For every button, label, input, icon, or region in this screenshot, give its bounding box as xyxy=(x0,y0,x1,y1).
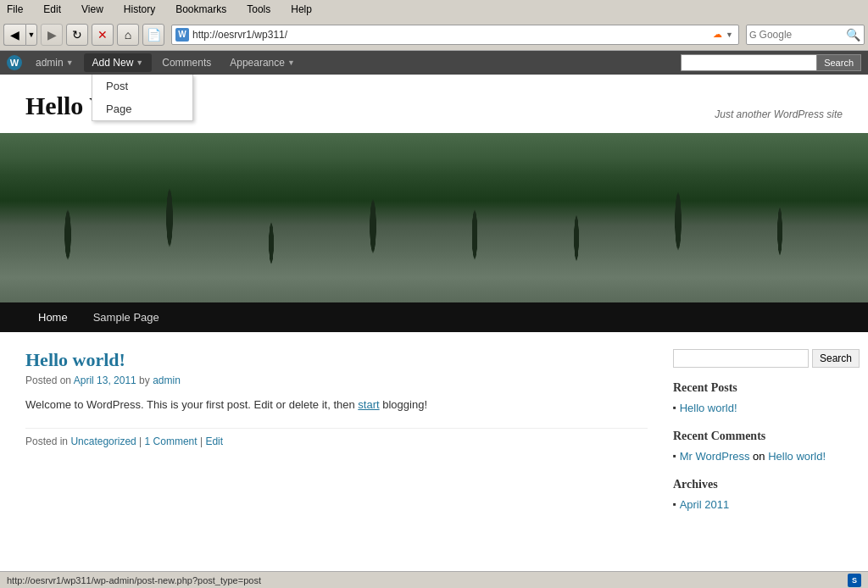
menu-tools[interactable]: Tools xyxy=(243,3,274,16)
google-icon: G xyxy=(747,30,760,40)
sidebar-archives-title: Archives xyxy=(673,478,843,491)
comments-menu-item[interactable]: Comments xyxy=(153,53,220,72)
post-content: Welcome to WordPress. This is your first… xyxy=(25,397,648,414)
browser-frame: File Edit View History Bookmarks Tools H… xyxy=(0,0,868,588)
sidebar-recent-comment-item: Mr WordPress on Hello world! xyxy=(673,450,843,463)
sidebar-archive-link[interactable]: April 2011 xyxy=(680,498,730,511)
sidebar-comment-post-link[interactable]: Hello world! xyxy=(768,450,826,463)
admin-dropdown-arrow: ▼ xyxy=(66,58,74,67)
sidebar-recent-comments: Recent Comments Mr WordPress on Hello wo… xyxy=(673,430,843,463)
add-new-post-item[interactable]: Post xyxy=(92,75,192,97)
post-category-link[interactable]: Uncategorized xyxy=(70,435,136,447)
sidebar-recent-post-link[interactable]: Hello world! xyxy=(680,402,737,414)
wp-admin-bar: W admin ▼ Add New ▼ Comments Appearance … xyxy=(0,51,868,75)
sidebar-search: Search xyxy=(673,349,843,368)
add-new-dropdown-menu: Post Page xyxy=(92,75,193,121)
status-url: http://oesrvr1/wp311/wp-admin/post-new.p… xyxy=(7,575,261,585)
sidebar-comment-author-link[interactable]: Mr WordPress xyxy=(680,450,750,463)
menu-help[interactable]: Help xyxy=(287,3,315,16)
post-comments-link[interactable]: 1 Comment xyxy=(145,435,198,447)
post-author-link[interactable]: admin xyxy=(153,374,181,386)
wp-logo: W xyxy=(7,55,22,70)
site-content: Hello World Just another WordPress site … xyxy=(0,75,868,571)
nav-home[interactable]: Home xyxy=(25,302,81,332)
sidebar-search-input[interactable] xyxy=(673,349,809,368)
sidebar-recent-comments-list: Mr WordPress on Hello world! xyxy=(673,450,843,463)
wp-search-box: Search xyxy=(681,54,861,71)
menu-edit[interactable]: Edit xyxy=(40,3,64,16)
search-box-container: G 🔍 xyxy=(746,25,865,45)
post: Hello world! Posted on April 13, 2011 by… xyxy=(25,349,648,447)
rss-icon[interactable]: ☁ xyxy=(713,29,722,40)
tree-row xyxy=(0,133,868,302)
sidebar-archives-list: April 2011 xyxy=(673,498,843,511)
forward-button[interactable]: ▶ xyxy=(41,24,63,46)
post-footer: Posted in Uncategorized | 1 Comment | Ed… xyxy=(25,428,648,447)
bookmark-icon[interactable]: 📄 xyxy=(142,24,164,46)
home-button[interactable]: ⌂ xyxy=(117,24,139,46)
add-new-menu-item[interactable]: Add New ▼ xyxy=(84,53,153,72)
admin-menu-item[interactable]: admin ▼ xyxy=(27,53,82,72)
sidebar-recent-posts-title: Recent Posts xyxy=(673,381,843,395)
menu-bar: File Edit View History Bookmarks Tools H… xyxy=(0,0,868,19)
sidebar-recent-post-item: Hello world! xyxy=(673,402,843,414)
toolbar: ◀ ▼ ▶ ↻ ✕ ⌂ 📄 W ☁ ▼ G 🔍 xyxy=(0,19,868,51)
back-dropdown-button[interactable]: ▼ xyxy=(25,24,37,46)
site-tagline: Just another WordPress site xyxy=(715,108,843,120)
site-nav-bar: Home Sample Page xyxy=(0,302,868,332)
add-new-label: Add New xyxy=(92,57,134,69)
ssl-icon: S xyxy=(848,574,861,587)
sidebar-recent-comments-title: Recent Comments xyxy=(673,430,843,443)
status-bar: http://oesrvr1/wp311/wp-admin/post-new.p… xyxy=(0,571,868,588)
post-meta: Posted on April 13, 2011 by admin xyxy=(25,374,648,386)
back-button[interactable]: ◀ xyxy=(3,24,25,46)
wp-search-button[interactable]: Search xyxy=(816,54,861,71)
address-bar-container: W ☁ ▼ xyxy=(171,25,739,45)
browser-search-input[interactable] xyxy=(760,29,844,41)
sidebar-recent-posts-list: Hello world! xyxy=(673,402,843,414)
add-new-page-item[interactable]: Page xyxy=(92,97,192,120)
sidebar-search-button[interactable]: Search xyxy=(812,349,860,368)
post-date-link[interactable]: April 13, 2011 xyxy=(74,374,136,386)
post-edit-link[interactable]: Edit xyxy=(205,435,223,447)
appearance-menu-item[interactable]: Appearance ▼ xyxy=(221,53,303,72)
stop-button[interactable]: ✕ xyxy=(92,24,114,46)
nav-sample-page[interactable]: Sample Page xyxy=(81,302,172,332)
content-area: Hello world! Posted on April 13, 2011 by… xyxy=(0,332,868,543)
admin-label: admin xyxy=(36,57,64,69)
header-image xyxy=(0,133,868,302)
sidebar: Search Recent Posts Hello world! Recent … xyxy=(673,349,843,526)
post-title[interactable]: Hello world! xyxy=(25,349,125,370)
sidebar-archives: Archives April 2011 xyxy=(673,478,843,511)
back-forward-group: ◀ ▼ xyxy=(3,24,37,46)
menu-view[interactable]: View xyxy=(78,3,107,16)
dropdown-arrow-address[interactable]: ▼ xyxy=(726,31,733,39)
browser-search-go-button[interactable]: 🔍 xyxy=(844,25,863,44)
menu-history[interactable]: History xyxy=(120,3,159,16)
post-start-link[interactable]: start xyxy=(358,398,379,411)
main-content: Hello world! Posted on April 13, 2011 by… xyxy=(25,349,648,526)
appearance-dropdown-arrow: ▼ xyxy=(287,58,295,67)
menu-file[interactable]: File xyxy=(3,3,26,16)
sidebar-archive-item: April 2011 xyxy=(673,498,843,511)
add-new-dropdown-arrow: ▼ xyxy=(136,58,143,67)
address-input[interactable] xyxy=(192,29,713,41)
refresh-button[interactable]: ↻ xyxy=(66,24,88,46)
wp-search-input[interactable] xyxy=(681,54,816,71)
site-favicon: W xyxy=(175,28,189,42)
sidebar-recent-posts: Recent Posts Hello world! xyxy=(673,381,843,414)
appearance-label: Appearance xyxy=(230,57,285,69)
menu-bookmarks[interactable]: Bookmarks xyxy=(172,3,230,16)
